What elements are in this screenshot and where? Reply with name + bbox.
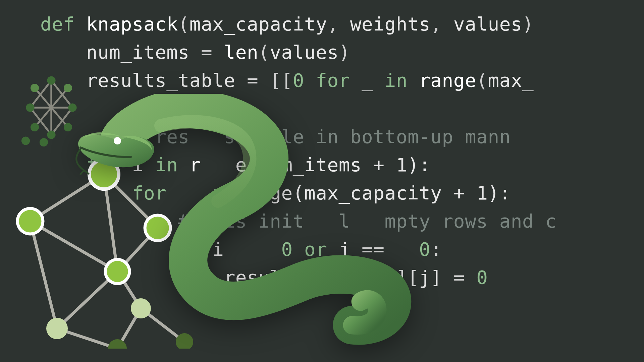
svg-point-12 [31,84,39,92]
svg-point-16 [21,136,30,145]
code-block: def knapsack(max_capacity, weights, valu… [40,10,557,292]
svg-point-34 [46,318,68,339]
svg-point-36 [108,339,127,349]
fn-name: knapsack [86,13,178,35]
svg-line-28 [57,328,117,349]
svg-point-9 [26,103,34,112]
svg-line-27 [117,308,141,349]
svg-point-30 [17,208,43,234]
svg-point-14 [31,123,39,131]
thumbnail-canvas: def knapsack(max_capacity, weights, valu… [0,0,644,362]
svg-line-26 [141,308,184,342]
svg-point-35 [176,333,193,349]
svg-point-33 [131,298,151,318]
kw-def: def [40,13,75,35]
